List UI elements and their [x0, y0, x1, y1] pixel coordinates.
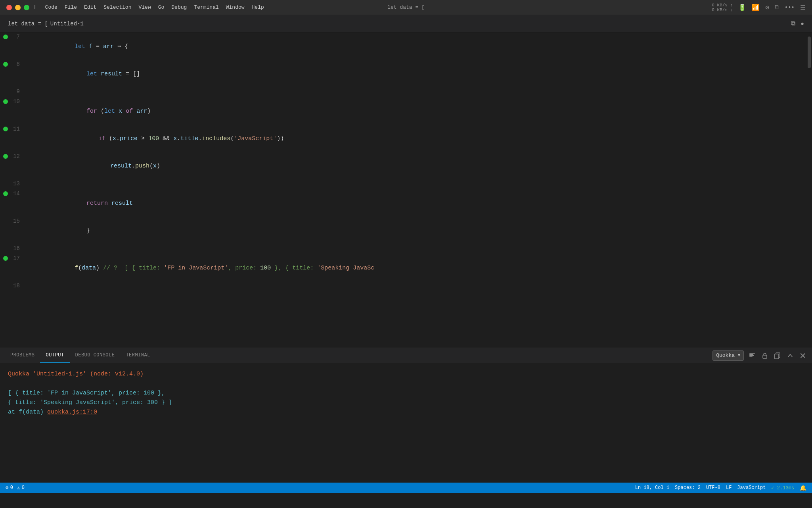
copy-icon[interactable] [773, 351, 782, 360]
breakpoint-8[interactable] [3, 62, 8, 67]
line-ending[interactable]: LF [726, 485, 732, 491]
dropdown-value: Quokka [716, 352, 735, 358]
warning-icon: ⚠ [17, 485, 20, 491]
code-lines: 7 let f = arr ⇒ { 8 let result = [] [0, 33, 806, 291]
title-bar:  Code File Edit Selection View Go Debug… [0, 0, 812, 15]
tab-output[interactable]: OUTPUT [40, 348, 69, 363]
menu-selection[interactable]: Selection [103, 4, 131, 10]
title-bar-right: 0 KB/s ↑0 KB/s ↓ 🔋 📶 ⊘ ⧉ ••• ☰ [687, 3, 806, 12]
output-link[interactable]: quokka.js:17:0 [47, 409, 97, 416]
gutter-11: 11 [0, 125, 24, 133]
gutter-18: 18 [0, 281, 24, 290]
breakpoint-15[interactable] [3, 219, 8, 223]
wifi-icon: 📶 [752, 4, 760, 12]
line-content-15: } [24, 218, 90, 244]
more-actions-icon[interactable]: ● [801, 21, 804, 27]
battery-icon: 🔋 [738, 4, 746, 12]
lock-icon[interactable] [760, 351, 769, 360]
gutter-7: 7 [0, 33, 24, 41]
menu-go[interactable]: Go [158, 4, 165, 10]
status-bar-right: Ln 18, Col 1 Spaces: 2 UTF-8 LF JavaScri… [635, 485, 806, 491]
line-content-11: if (x.price ≥ 100 && x.title.includes('J… [24, 126, 284, 152]
breakpoint-10[interactable] [3, 99, 8, 104]
list-icon: ☰ [800, 4, 806, 12]
gutter-12: 12 [0, 152, 24, 161]
breakpoint-11[interactable] [3, 127, 8, 131]
svg-rect-3 [749, 356, 753, 357]
notification-icon[interactable]: 🔔 [800, 485, 806, 491]
network-stats: 0 KB/s ↑0 KB/s ↓ [712, 3, 733, 12]
line-content-7: let f = arr ⇒ { [24, 34, 128, 60]
blocked-icon: ⊘ [765, 4, 769, 12]
encoding[interactable]: UTF-8 [706, 485, 720, 491]
menu-view[interactable]: View [138, 4, 151, 10]
code-line-7: 7 let f = arr ⇒ { [0, 33, 806, 60]
extension-icon: ⧉ [775, 4, 779, 11]
clear-output-icon[interactable] [748, 351, 756, 360]
breakpoint-17[interactable] [3, 256, 8, 261]
editor-header-right: ⧉ ● [791, 20, 804, 27]
menu-window[interactable]: Window [226, 4, 245, 10]
close-button[interactable] [6, 5, 12, 10]
code-line-13: 13 [0, 179, 806, 189]
line-content-18 [24, 283, 35, 291]
error-number: 0 [10, 485, 13, 491]
menu-help[interactable]: Help [252, 4, 264, 10]
output-line-1: Quokka 'Untitled-1.js' (node: v12.4.0) [8, 369, 804, 379]
line-content-12: result.push(x) [24, 153, 160, 179]
more-icon: ••• [785, 4, 795, 11]
maximize-button[interactable] [24, 5, 29, 10]
bottom-panel: PROBLEMS OUTPUT DEBUG CONSOLE TERMINAL Q… [0, 348, 812, 483]
indentation[interactable]: Spaces: 2 [675, 485, 701, 491]
tab-problems[interactable]: PROBLEMS [5, 348, 40, 363]
line-content-8: let result = [] [24, 61, 140, 87]
code-line-16: 16 [0, 244, 806, 254]
gutter-14: 14 [0, 189, 24, 198]
menu-file[interactable]: File [65, 4, 77, 10]
line-content-14: return result [24, 190, 133, 217]
tab-terminal[interactable]: TERMINAL [120, 348, 155, 363]
menu-terminal[interactable]: Terminal [194, 4, 218, 10]
traffic-lights [6, 5, 29, 10]
gutter-8: 8 [0, 60, 24, 69]
line-content-13 [24, 181, 35, 189]
split-editor-icon[interactable]: ⧉ [791, 20, 795, 27]
cursor-position[interactable]: Ln 18, Col 1 [635, 485, 669, 491]
breakpoint-12[interactable] [3, 154, 8, 159]
error-icon: ⊗ [6, 485, 9, 491]
menu-edit[interactable]: Edit [84, 4, 96, 10]
menu-debug[interactable]: Debug [171, 4, 187, 10]
gutter-13: 13 [0, 179, 24, 188]
breakpoint-14[interactable] [3, 191, 8, 196]
line-content-16 [24, 245, 35, 254]
language-mode[interactable]: JavaScript [737, 485, 766, 491]
gutter-16: 16 [0, 244, 24, 253]
scrollbar-thumb[interactable] [808, 37, 811, 68]
tab-debug-console[interactable]: DEBUG CONSOLE [70, 348, 121, 363]
minimize-button[interactable] [15, 5, 21, 10]
chevron-up-icon[interactable] [786, 351, 795, 360]
breakpoint-7[interactable] [3, 35, 8, 39]
breakpoint-18[interactable] [3, 283, 8, 288]
line-content-10: for (let x of arr) [24, 98, 151, 125]
window-title: let data = [ [387, 4, 425, 10]
error-count[interactable]: ⊗ 0 ⚠ 0 [6, 485, 25, 491]
menu-apple[interactable]:  [34, 4, 38, 11]
breakpoint-16[interactable] [3, 246, 8, 251]
svg-rect-1 [749, 354, 753, 355]
warning-number: 0 [22, 485, 25, 491]
code-area[interactable]: 7 let f = arr ⇒ { 8 let result = [] [0, 33, 806, 348]
panel-tabs: PROBLEMS OUTPUT DEBUG CONSOLE TERMINAL Q… [0, 348, 812, 363]
editor-scrollbar[interactable] [806, 33, 812, 348]
menu-code[interactable]: Code [45, 4, 57, 10]
output-line-2: [ { title: 'FP in JavaScript', price: 10… [8, 389, 804, 398]
breakpoint-13[interactable] [3, 181, 8, 186]
panel-dropdown[interactable]: Quokka ▼ [712, 350, 744, 361]
close-panel-icon[interactable] [799, 351, 807, 360]
editor-main: 7 let f = arr ⇒ { 8 let result = [] [0, 33, 812, 348]
breakpoint-9[interactable] [3, 89, 8, 94]
gutter-9: 9 [0, 87, 24, 96]
svg-rect-0 [749, 353, 755, 354]
svg-rect-2 [749, 355, 754, 356]
breadcrumb-text: let data = [ [8, 21, 48, 27]
